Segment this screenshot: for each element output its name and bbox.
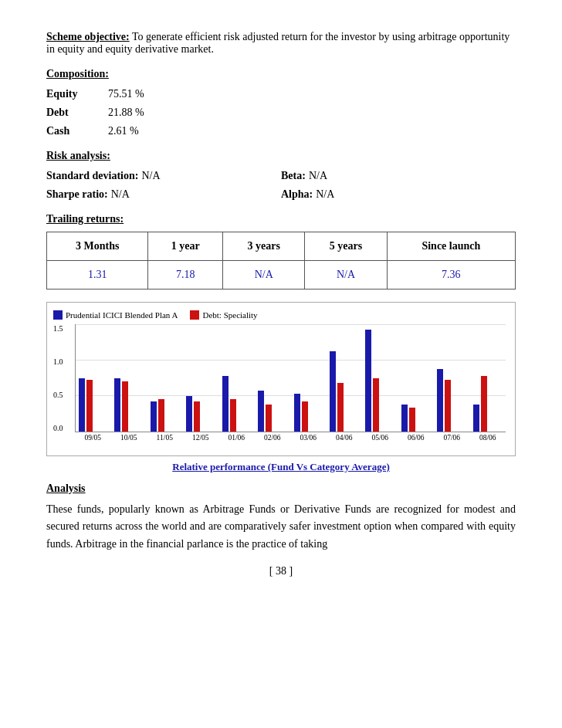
comp-label: Cash (46, 125, 108, 137)
legend-label: Prudential ICICI Blended Plan A (66, 310, 178, 320)
chart-bars (75, 324, 506, 432)
y-axis: 1.51.00.50.0 (53, 324, 63, 432)
bar-red (194, 401, 200, 432)
legend-color-box (190, 310, 199, 320)
x-axis-label: 11/05 (147, 434, 183, 442)
trailing-returns-label: Trailing returns: (46, 213, 516, 225)
trailing-value-cell: 7.18 (148, 261, 223, 290)
bar-group (434, 324, 469, 432)
trailing-header-cell: 3 years (223, 232, 305, 261)
comp-label: Equity (46, 88, 108, 100)
legend-label: Debt: Speciality (202, 310, 257, 320)
comp-value: 2.61 % (108, 125, 139, 137)
risk-item-value: N/A (141, 170, 160, 182)
bar-red (409, 408, 415, 432)
comp-value: 21.88 % (108, 107, 144, 119)
composition-row: Debt21.88 % (46, 107, 516, 119)
bar-group (255, 324, 290, 432)
legend-item: Debt: Speciality (190, 310, 257, 320)
x-axis-label: 03/06 (290, 434, 327, 442)
bar-red (302, 401, 308, 432)
bar-red (337, 383, 344, 432)
trailing-returns-value-row: 1.317.18N/AN/A7.36 (47, 261, 516, 290)
analysis-text: These funds, popularly known as Arbitrag… (46, 501, 516, 553)
bar-group (470, 324, 506, 432)
x-axis-label: 10/05 (111, 434, 147, 442)
scheme-objective-label: Scheme objective: (46, 31, 130, 42)
bar-group (183, 324, 218, 432)
page-footer: [ 38 ] (46, 565, 516, 577)
x-axis-label: 08/06 (470, 434, 506, 442)
trailing-returns-table: 3 Months1 year3 years5 yearsSince launch… (46, 232, 516, 290)
chart-caption: Relative performance (Fund Vs Category A… (46, 461, 516, 473)
bar-red (86, 380, 93, 432)
y-axis-label: 1.0 (53, 357, 63, 366)
bar-group (327, 324, 362, 432)
risk-item-value: N/A (309, 170, 327, 182)
bar-red (266, 405, 272, 432)
x-axis-label: 05/06 (362, 434, 398, 442)
bar-blue (151, 401, 157, 432)
risk-item: Alpha: N/A (281, 188, 516, 201)
scheme-objective-section: Scheme objective: To generate efficient … (46, 31, 516, 56)
risk-item: Sharpe ratio: N/A (46, 188, 281, 201)
trailing-returns-header-row: 3 Months1 year3 years5 yearsSince launch (47, 232, 516, 261)
x-axis-label: 07/06 (434, 434, 470, 442)
risk-item-value: N/A (316, 188, 334, 201)
risk-item-label: Sharpe ratio: (46, 188, 108, 201)
x-labels: 09/0510/0511/0512/0501/0602/0603/0604/06… (75, 434, 506, 442)
chart-legend: Prudential ICICI Blended Plan ADebt: Spe… (53, 310, 509, 320)
trailing-header-cell: 1 year (148, 232, 223, 261)
bar-blue (186, 396, 192, 432)
risk-item-label: Standard deviation: (46, 170, 138, 182)
comp-label: Debt (46, 107, 108, 119)
trailing-header-cell: 5 years (305, 232, 387, 261)
x-axis-label: 06/06 (398, 434, 435, 442)
composition-label: Composition: (46, 68, 516, 80)
bar-group (398, 324, 434, 432)
y-axis-label: 0.5 (53, 391, 63, 399)
bar-red (445, 380, 451, 432)
bar-red (230, 399, 236, 432)
risk-grid: Standard deviation: N/ABeta: N/ASharpe r… (46, 170, 516, 201)
bar-blue (294, 394, 300, 432)
chart-container: Prudential ICICI Blended Plan ADebt: Spe… (46, 302, 516, 456)
analysis-label: Analysis (46, 483, 516, 495)
risk-item: Beta: N/A (281, 170, 516, 182)
bar-blue (222, 376, 229, 432)
bar-blue (473, 405, 479, 432)
bar-group (219, 324, 255, 432)
bar-group (362, 324, 398, 432)
x-axis-label: 01/06 (218, 434, 255, 442)
bar-blue (365, 330, 371, 432)
risk-analysis-section: Risk analysis: Standard deviation: N/ABe… (46, 150, 516, 201)
trailing-value-cell: N/A (223, 261, 305, 290)
trailing-value-cell: N/A (305, 261, 387, 290)
comp-value: 75.51 % (108, 88, 144, 100)
bar-blue (401, 405, 408, 432)
composition-section: Composition: Equity75.51 %Debt21.88 %Cas… (46, 68, 516, 137)
bar-red (158, 399, 164, 432)
composition-row: Equity75.51 % (46, 88, 516, 100)
bar-blue (437, 369, 443, 432)
legend-color-box (53, 310, 63, 320)
analysis-section: Analysis These funds, popularly known as… (46, 483, 516, 553)
chart-area: 1.51.00.50.0 (75, 324, 506, 432)
bar-group (111, 324, 147, 432)
legend-item: Prudential ICICI Blended Plan A (53, 310, 178, 320)
bar-red (481, 376, 487, 432)
bar-blue (258, 391, 264, 432)
bar-group (147, 324, 183, 432)
x-axis-label: 12/05 (183, 434, 219, 442)
trailing-value-cell: 1.31 (47, 261, 148, 290)
x-axis-label: 02/06 (255, 434, 291, 442)
chart-wrapper: 1.51.00.50.0 09/0510/0511/0512/0501/0602… (53, 324, 509, 442)
x-axis-label: 04/06 (327, 434, 363, 442)
bar-blue (114, 378, 120, 432)
bar-group (76, 324, 111, 432)
risk-analysis-label: Risk analysis: (46, 150, 516, 162)
risk-item-label: Beta: (281, 170, 306, 182)
trailing-returns-section: Trailing returns: 3 Months1 year3 years5… (46, 213, 516, 290)
composition-row: Cash2.61 % (46, 125, 516, 137)
trailing-header-cell: 3 Months (47, 232, 148, 261)
